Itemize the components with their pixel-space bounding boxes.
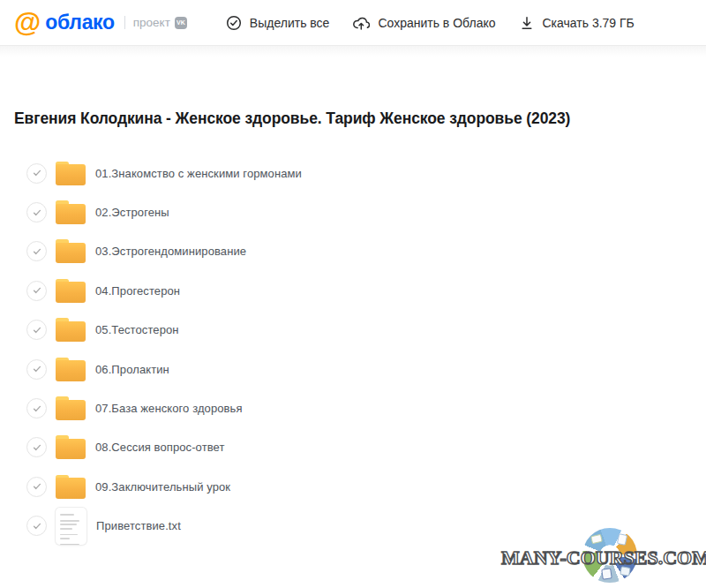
checkmark-icon [31, 207, 43, 219]
list-item[interactable]: 09.Заключительный урок [14, 467, 692, 506]
item-checkbox[interactable] [26, 398, 47, 418]
item-name[interactable]: 09.Заключительный урок [95, 480, 230, 494]
folder-icon [56, 239, 86, 263]
text-file-icon [56, 508, 86, 545]
checkmark-icon [31, 441, 43, 454]
brand-name: облако [45, 11, 115, 34]
logo-divider [124, 16, 125, 29]
cloud-mail-logo[interactable]: @ облако проект VK [14, 11, 187, 35]
item-name[interactable]: 06.Пролактин [95, 363, 169, 376]
item-checkbox[interactable] [26, 320, 47, 340]
item-checkbox[interactable] [26, 202, 47, 222]
check-circle-icon [226, 15, 242, 31]
item-checkbox[interactable] [26, 359, 47, 380]
watermark-text: MANY-COURSES.COM [501, 547, 706, 569]
page-title: Евгения Колодкина - Женское здоровье. Та… [14, 108, 692, 129]
checkmark-icon [31, 520, 43, 532]
item-name[interactable]: Приветствие.txt [96, 519, 181, 532]
list-item[interactable]: 03.Эстрогендоминирование [14, 232, 692, 271]
list-item[interactable]: 01.Знакомство с женскими гормонами [14, 154, 692, 192]
folder-icon [56, 475, 86, 499]
watermark: MANY-COURSES.COM [503, 524, 706, 588]
checkmark-icon [31, 245, 43, 258]
globe-doc-icon [601, 568, 612, 579]
item-name[interactable]: 02.Эстрогены [95, 206, 169, 219]
list-item[interactable]: 07.База женского здоровья [14, 388, 692, 427]
main-content: Евгения Колодкина - Женское здоровье. Та… [0, 108, 706, 546]
folder-icon [56, 358, 86, 381]
list-item[interactable]: 04.Прогестерон [14, 271, 692, 310]
select-all-button[interactable]: Выделить все [226, 15, 330, 31]
list-item[interactable]: 05.Тестостерон [14, 311, 692, 350]
item-checkbox[interactable] [26, 516, 47, 536]
cloud-upload-icon [352, 15, 370, 31]
checkmark-icon [31, 480, 43, 493]
checkmark-icon [31, 284, 43, 297]
globe-doc-icon [617, 533, 627, 546]
list-item[interactable]: 02.Эстрогены [14, 192, 692, 231]
list-item[interactable]: 08.Сессия вопрос-ответ [14, 428, 692, 467]
file-list: 01.Знакомство с женскими гормонами 02.Эс… [14, 154, 692, 546]
globe-doc-icon [590, 534, 603, 545]
header-actions: Выделить все Сохранить в Облако Скачать … [226, 15, 635, 31]
item-name[interactable]: 07.База женского здоровья [95, 402, 243, 415]
item-checkbox[interactable] [26, 437, 47, 457]
item-checkbox[interactable] [26, 241, 47, 261]
mailru-at-icon: @ [14, 11, 40, 35]
item-name[interactable]: 08.Сессия вопрос-ответ [95, 441, 225, 454]
save-to-cloud-button[interactable]: Сохранить в Облако [352, 15, 495, 31]
download-icon [519, 15, 535, 31]
checkmark-icon [31, 167, 43, 179]
folder-icon [56, 162, 86, 185]
item-name[interactable]: 01.Знакомство с женскими гормонами [95, 167, 302, 180]
download-button[interactable]: Скачать 3.79 ГБ [519, 15, 635, 31]
header: @ облако проект VK Выделить все Сохранит [0, 0, 706, 46]
item-name[interactable]: 03.Эстрогендоминирование [95, 245, 246, 258]
checkmark-icon [31, 324, 43, 336]
item-name[interactable]: 04.Прогестерон [95, 284, 180, 298]
checkmark-icon [31, 403, 43, 415]
select-all-label: Выделить все [250, 16, 330, 30]
item-checkbox[interactable] [26, 281, 47, 301]
vk-logo-icon: VK [175, 17, 187, 29]
checkmark-icon [31, 363, 43, 375]
folder-icon [56, 318, 86, 342]
item-checkbox[interactable] [26, 477, 47, 497]
project-label: проект [133, 16, 170, 29]
list-item[interactable]: 06.Пролактин [14, 350, 692, 388]
folder-icon [56, 200, 86, 224]
folder-icon [56, 435, 86, 459]
save-to-cloud-label: Сохранить в Облако [378, 16, 495, 30]
download-label: Скачать 3.79 ГБ [543, 16, 635, 30]
folder-icon [56, 279, 86, 303]
header-shadow [0, 46, 706, 57]
item-name[interactable]: 05.Тестостерон [95, 323, 179, 336]
folder-icon [56, 396, 86, 420]
item-checkbox[interactable] [26, 163, 47, 184]
